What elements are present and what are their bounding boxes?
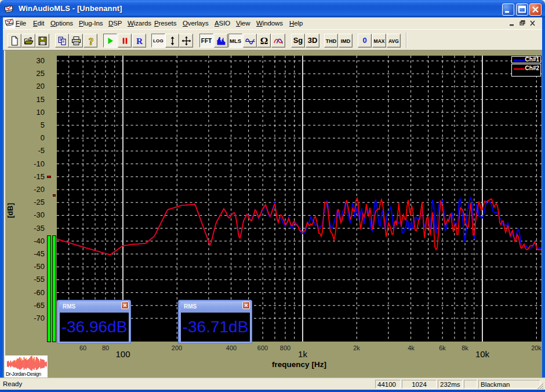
svg-text:R: R [136, 36, 143, 46]
svg-text:Ω: Ω [260, 36, 268, 46]
svg-text:?: ? [89, 36, 93, 46]
